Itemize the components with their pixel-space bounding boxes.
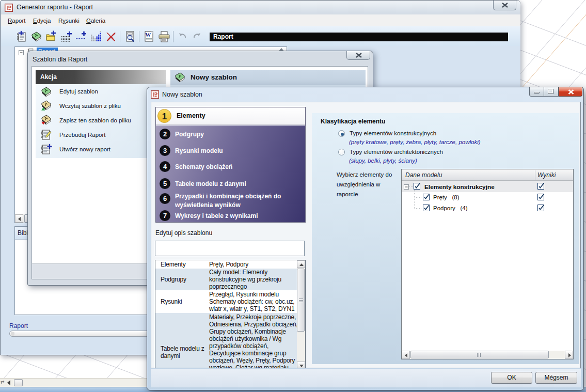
svg-text:W: W xyxy=(145,32,151,38)
